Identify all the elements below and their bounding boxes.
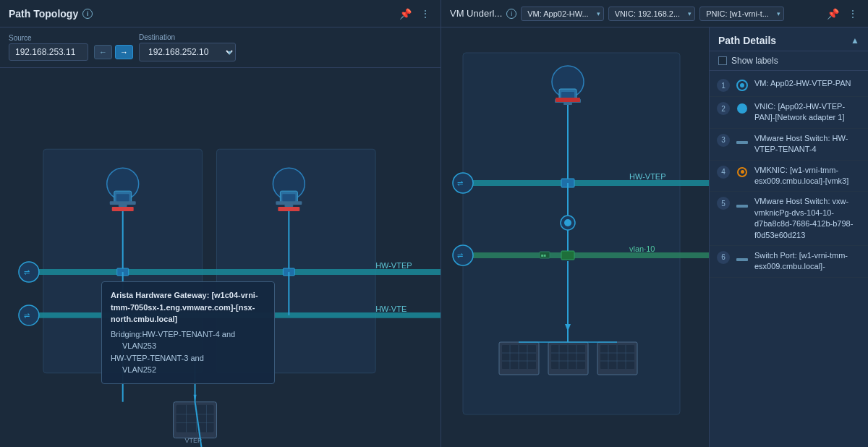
svg-rect-11: [284, 205, 293, 207]
path-item-num: 6: [717, 251, 730, 264]
svg-text:HW-VTEP: HW-VTEP: [629, 172, 666, 181]
svg-rect-10: [276, 201, 302, 205]
path-item-text: VMware Host Switch: HW-VTEP-TENANT-4: [754, 133, 861, 156]
right-info-icon[interactable]: i: [506, 9, 516, 19]
path-item-num: 2: [717, 102, 730, 115]
source-field-group: Source 192.168.253.11: [9, 34, 88, 61]
path-item-num: 4: [717, 166, 730, 179]
source-dest-bar: Source 192.168.253.11 ← → Destination 19…: [0, 27, 441, 68]
vm-icon: [736, 79, 749, 92]
svg-rect-52: [563, 103, 572, 105]
svg-text:⇌: ⇌: [457, 252, 463, 260]
svg-rect-69: [561, 251, 574, 260]
path-details-panel: Path Details ▲ Show labels 1 VM: App02-H…: [709, 27, 868, 447]
arrow-left-btn[interactable]: ←: [94, 45, 112, 59]
svg-rect-73: [502, 345, 536, 369]
right-content: HW-VTEP ⇌ vlan·10 ⇌: [441, 27, 868, 447]
path-item: 6 Switch Port: [w1-vrni-tmm-esx009.cmbu.…: [710, 246, 868, 278]
show-labels-row: Show labels: [710, 51, 868, 71]
tooltip-line3: HW-VTEP-TENANT-3 and: [111, 352, 265, 365]
path-item-text: VMware Host Switch: vxw-vmknicPg-dvs-104…: [754, 196, 861, 241]
right-topology-svg: HW-VTEP ⇌ vlan·10 ⇌: [441, 27, 709, 447]
pnic-dropdown-wrapper: PNIC: [w1-vrni-t...: [699, 7, 784, 21]
svg-text:VTEP: VTEP: [185, 437, 202, 444]
path-item: 2 VNIC: [App02-HW-VTEP-PAN]-[Network ada…: [710, 97, 868, 129]
svg-marker-47: [194, 395, 197, 402]
path-item: 1 VM: App02-HW-VTEP-PAN: [710, 74, 868, 97]
path-item-text: Switch Port: [w1-vrni-tmm-esx009.cmbu.lo…: [754, 250, 861, 273]
vnic-icon: [736, 102, 749, 115]
right-pin-icon[interactable]: 📌: [825, 7, 841, 21]
path-item-num: 3: [717, 134, 730, 147]
svg-rect-15: [278, 207, 299, 211]
tooltip-line1: Bridging:HW-VTEP-TENANT-4 and: [111, 328, 265, 341]
svg-rect-87: [600, 345, 634, 369]
show-labels-checkbox[interactable]: [718, 56, 727, 65]
left-topology-svg: HW-VTEP HW-VTE ⇌ ⇌: [0, 68, 441, 447]
collapse-btn[interactable]: ▲: [851, 35, 859, 46]
path-topology-title: Path Topology: [9, 8, 78, 20]
right-panel-title: VM Underl...: [450, 8, 502, 19]
path-item-text: VNIC: [App02-HW-VTEP-PAN]-[Network adapt…: [754, 101, 861, 124]
vnic-dropdown[interactable]: VNIC: 192.168.2...: [608, 7, 696, 21]
svg-text:vlan·10: vlan·10: [629, 244, 655, 253]
svg-text:⇌: ⇌: [24, 312, 30, 320]
svg-text:HW-VTEP: HW-VTEP: [375, 261, 412, 270]
path-item: 4 VMKNIC: [w1-vrni-tmm-esx009.cmbu.local…: [710, 161, 868, 192]
svg-rect-5: [119, 205, 127, 207]
left-panel: Path Topology i 📌 ⋮ Source 192.168.253.1…: [0, 0, 441, 447]
path-item: 5 VMware Host Switch: vxw-vmknicPg-dvs-1…: [710, 192, 868, 246]
more-options-icon[interactable]: ⋮: [419, 7, 432, 21]
arrows-group: ← →: [94, 45, 133, 59]
svg-point-58: [453, 173, 473, 193]
path-item-num: 5: [717, 197, 730, 210]
right-more-icon[interactable]: ⋮: [846, 7, 859, 21]
path-item-num: 1: [717, 79, 730, 92]
pnic-dropdown[interactable]: PNIC: [w1-vrni-t...: [699, 7, 784, 21]
path-item: 3 VMware Host Switch: HW-VTEP-TENANT-4: [710, 129, 868, 161]
svg-point-67: [453, 245, 473, 265]
right-panel: VM Underl... i VM: App02-HW... VNIC: 192…: [441, 0, 868, 447]
path-details-header: Path Details ▲: [710, 27, 868, 51]
path-details-title: Path Details: [718, 35, 776, 46]
path-items-list: 1 VM: App02-HW-VTEP-PAN 2 VNIC: [App02-H…: [710, 71, 868, 447]
switch-port-icon: [736, 251, 749, 264]
destination-label: Destination: [139, 33, 236, 41]
svg-text:■■: ■■: [541, 253, 547, 257]
tooltip-line4: VLAN252: [111, 364, 265, 376]
svg-text:HW-VTE: HW-VTE: [375, 305, 407, 313]
right-topology-canvas: HW-VTEP ⇌ vlan·10 ⇌: [441, 27, 709, 447]
svg-rect-80: [551, 345, 585, 369]
svg-rect-30: [176, 405, 214, 433]
tooltip-line2: VLAN253: [111, 340, 265, 352]
source-value[interactable]: 192.168.253.11: [9, 43, 88, 61]
dest-field-group: Destination 192.168.252.10: [139, 33, 236, 61]
svg-rect-4: [110, 201, 136, 205]
left-panel-title: Path Topology i: [9, 8, 93, 20]
svg-rect-6: [116, 194, 129, 201]
destination-select[interactable]: 192.168.252.10: [139, 43, 236, 61]
right-panel-header: VM Underl... i VM: App02-HW... VNIC: 192…: [441, 0, 868, 27]
vm-dropdown[interactable]: VM: App02-HW...: [521, 7, 603, 21]
svg-text:⇌: ⇌: [24, 268, 30, 276]
tooltip-title: Arista Hardware Gateway: [w1c04-vrni-tmm…: [111, 289, 265, 325]
pin-icon[interactable]: 📌: [398, 7, 413, 21]
switch-icon: [736, 134, 749, 147]
left-topology-canvas: HW-VTEP HW-VTE ⇌ ⇌: [0, 68, 441, 447]
path-topology-info-icon[interactable]: i: [82, 9, 93, 19]
left-header-actions: 📌 ⋮: [398, 7, 432, 21]
path-item-text: VMKNIC: [w1-vrni-tmm-esx009.cmbu.local]-…: [754, 165, 861, 187]
svg-rect-12: [282, 194, 295, 201]
svg-point-62: [564, 219, 571, 226]
svg-rect-14: [112, 207, 134, 211]
dest-inner: 192.168.252.10: [139, 43, 236, 61]
source-label: Source: [9, 34, 88, 42]
left-panel-header: Path Topology i 📌 ⋮: [0, 0, 441, 27]
vmknic-icon: [736, 166, 749, 179]
arrow-right-btn[interactable]: →: [115, 45, 133, 59]
vm-dropdown-wrapper: VM: App02-HW...: [521, 7, 603, 21]
show-labels-text: Show labels: [731, 56, 778, 66]
vnic-dropdown-wrapper: VNIC: 192.168.2...: [608, 7, 696, 21]
tooltip-popup: Arista Hardware Gateway: [w1c04-vrni-tmm…: [101, 281, 275, 384]
path-item-text: VM: App02-HW-VTEP-PAN: [754, 78, 851, 89]
